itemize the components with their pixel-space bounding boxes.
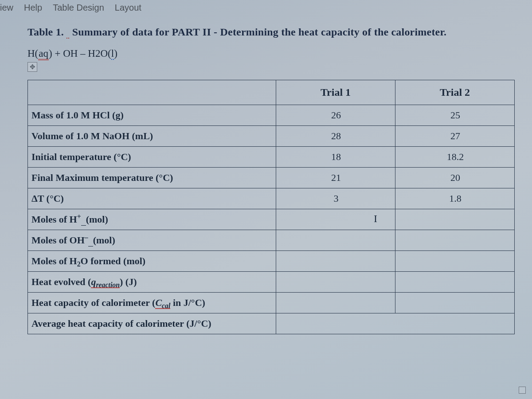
val-heat-cap-t1[interactable]	[276, 293, 395, 313]
row-vol-naoh[interactable]: Volume of 1.0 M NaOH (mL) 28 27	[28, 126, 515, 147]
row-heat-evolved[interactable]: Heat evolved (qreaction) (J)	[28, 272, 515, 293]
eq-end: )	[114, 48, 117, 59]
eq-aq: aq	[38, 48, 49, 60]
table-title: Table 1. Summary of data for PART II - D…	[27, 26, 514, 38]
title-rest: Summary of data for PART II - Determinin…	[72, 26, 447, 38]
val-temp-final-t1[interactable]: 21	[276, 168, 395, 188]
val-heat-evolved-t1[interactable]	[276, 272, 395, 293]
row-delta-t[interactable]: ΔT (°C) 3 1.8	[28, 188, 515, 209]
val-vol-naoh-t2[interactable]: 27	[395, 126, 515, 147]
table-anchor-icon[interactable]: ✥	[27, 62, 37, 72]
table-header-row: Trial 1 Trial 2	[28, 80, 515, 105]
title-prefix: Table 1.	[27, 26, 64, 38]
row-moles-h2o[interactable]: Moles of H2O formed (mol)	[28, 251, 515, 272]
label-moles-h: Moles of H+ (mol)	[28, 209, 276, 230]
val-avg-heat-cap[interactable]	[276, 313, 515, 334]
menu-bar: iew Help Table Design Layout	[0, 0, 532, 16]
label-heat-cap: Heat capacity of calorimeter (Ccal in J/…	[28, 293, 276, 313]
val-moles-oh-t1[interactable]	[276, 230, 395, 251]
label-delta-t: ΔT (°C)	[28, 188, 276, 209]
document-area[interactable]: Table 1. Summary of data for PART II - D…	[0, 26, 532, 334]
val-mass-hcl-t2[interactable]: 25	[395, 105, 515, 126]
row-temp-init[interactable]: Initial temperature (°C) 18 18.2	[28, 147, 515, 168]
val-moles-h-t1[interactable]: I	[276, 209, 395, 230]
row-moles-oh[interactable]: Moles of OH– (mol)	[28, 230, 515, 251]
val-moles-h2o-t2[interactable]	[395, 251, 515, 272]
header-blank	[28, 80, 276, 105]
menu-view[interactable]: iew	[0, 3, 13, 13]
val-temp-final-t2[interactable]: 20	[395, 168, 515, 188]
menu-layout[interactable]: Layout	[115, 3, 141, 13]
label-heat-evolved: Heat evolved (qreaction) (J)	[28, 272, 276, 293]
eq-h-open: H(	[27, 48, 38, 59]
text-cursor-icon: I	[374, 213, 377, 225]
label-mass-hcl: Mass of 1.0 M HCl (g)	[28, 105, 276, 126]
val-mass-hcl-t1[interactable]: 26	[276, 105, 395, 126]
eq-middle: ) + OH – H2O(	[49, 48, 111, 59]
val-moles-h2o-t1[interactable]	[276, 251, 395, 272]
val-moles-h-t2[interactable]	[395, 209, 515, 230]
val-temp-init-t2[interactable]: 18.2	[395, 147, 515, 168]
label-vol-naoh: Volume of 1.0 M NaOH (mL)	[28, 126, 276, 147]
header-trial1: Trial 1	[276, 80, 395, 105]
label-moles-h2o: Moles of H2O formed (mol)	[28, 251, 276, 272]
row-mass-hcl[interactable]: Mass of 1.0 M HCl (g) 26 25	[28, 105, 515, 126]
val-temp-init-t1[interactable]: 18	[276, 147, 395, 168]
label-avg-heat-cap: Average heat capacity of calorimeter (J/…	[28, 313, 276, 334]
val-heat-cap-t2[interactable]	[395, 293, 515, 313]
resize-handle-icon[interactable]	[519, 387, 526, 394]
label-temp-init: Initial temperature (°C)	[28, 147, 276, 168]
title-spacer	[66, 26, 69, 39]
data-table[interactable]: Trial 1 Trial 2 Mass of 1.0 M HCl (g) 26…	[27, 80, 515, 334]
menu-table-design[interactable]: Table Design	[53, 3, 104, 13]
val-moles-oh-t2[interactable]	[395, 230, 515, 251]
label-moles-oh: Moles of OH– (mol)	[28, 230, 276, 251]
row-avg-heat-cap[interactable]: Average heat capacity of calorimeter (J/…	[28, 313, 515, 334]
val-delta-t-t2[interactable]: 1.8	[395, 188, 515, 209]
header-trial2: Trial 2	[395, 80, 515, 105]
val-delta-t-t1[interactable]: 3	[276, 188, 395, 209]
reaction-equation: H(aq) + OH – H2O(l)	[27, 48, 514, 59]
val-vol-naoh-t1[interactable]: 28	[276, 126, 395, 147]
label-temp-final: Final Maximum temperature (°C)	[28, 168, 276, 188]
val-heat-evolved-t2[interactable]	[395, 272, 515, 293]
menu-help[interactable]: Help	[24, 3, 42, 13]
row-temp-final[interactable]: Final Maximum temperature (°C) 21 20	[28, 168, 515, 188]
row-heat-cap[interactable]: Heat capacity of calorimeter (Ccal in J/…	[28, 293, 515, 313]
row-moles-h[interactable]: Moles of H+ (mol) I	[28, 209, 515, 230]
